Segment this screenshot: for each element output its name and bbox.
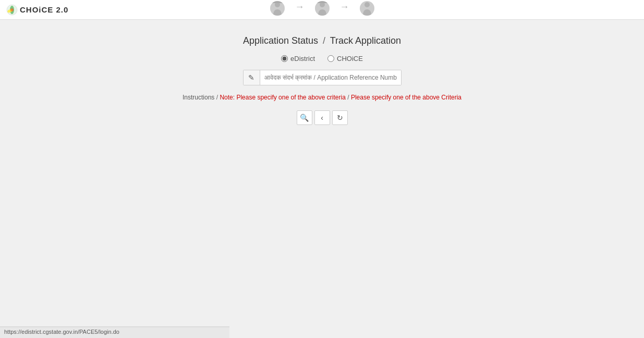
instructions-note: Note: Please specify one of the above cr… bbox=[220, 94, 345, 101]
step3-avatar bbox=[360, 1, 374, 16]
step-3 bbox=[351, 1, 383, 16]
arrow-1: → bbox=[293, 2, 307, 12]
sep2: / bbox=[347, 94, 349, 101]
radio-edistrict[interactable] bbox=[281, 55, 288, 62]
step-1 bbox=[262, 1, 293, 16]
step-2 bbox=[307, 1, 338, 16]
radio-edistrict-text: eDistrict bbox=[290, 55, 315, 62]
step1-avatar bbox=[270, 1, 285, 16]
instructions-text: Instructions / Note: Please specify one … bbox=[183, 94, 461, 101]
url-text: https://edistrict.cgstate.gov.in/PACE5/l… bbox=[4, 329, 119, 335]
radio-group: eDistrict CHOiCE bbox=[281, 55, 363, 62]
title-separator: / bbox=[323, 35, 325, 46]
page-title: Application Status / Track Application bbox=[243, 35, 401, 46]
action-buttons: 🔍 ‹ ↻ bbox=[297, 110, 348, 125]
svg-point-3 bbox=[10, 8, 14, 11]
progress-steps: → → bbox=[262, 1, 383, 16]
sep1: / bbox=[216, 94, 218, 101]
svg-rect-5 bbox=[271, 1, 284, 3]
logo-icon bbox=[6, 4, 18, 16]
back-icon: ‹ bbox=[321, 114, 323, 122]
edit-icon: ✎ bbox=[248, 73, 254, 82]
search-button[interactable]: 🔍 bbox=[297, 110, 312, 125]
search-icon: 🔍 bbox=[300, 114, 309, 122]
logo-area: CHOiCE 2.0 bbox=[6, 4, 68, 16]
reference-number-input[interactable] bbox=[260, 70, 401, 85]
title-text: Application Status bbox=[243, 35, 318, 46]
radio-choice-text: CHOiCE bbox=[337, 55, 363, 62]
step2-avatar bbox=[315, 1, 330, 16]
svg-point-8 bbox=[364, 2, 370, 7]
top-bar: CHOiCE 2.0 → → bbox=[0, 0, 644, 20]
radio-edistrict-label[interactable]: eDistrict bbox=[281, 55, 315, 62]
url-bar: https://edistrict.cgstate.gov.in/PACE5/l… bbox=[0, 327, 229, 338]
refresh-icon: ↻ bbox=[337, 114, 343, 122]
input-edit-button[interactable]: ✎ bbox=[244, 70, 260, 85]
instructions-label: Instructions bbox=[183, 94, 214, 101]
svg-rect-7 bbox=[316, 1, 329, 3]
refresh-button[interactable]: ↻ bbox=[332, 110, 348, 125]
subtitle-text: Track Application bbox=[330, 35, 401, 46]
instructions-criteria: Please specify one of the above Criteria bbox=[351, 94, 461, 101]
main-content: Application Status / Track Application e… bbox=[0, 20, 644, 125]
back-button[interactable]: ‹ bbox=[314, 110, 330, 125]
input-row: ✎ bbox=[243, 70, 402, 85]
logo-text: CHOiCE 2.0 bbox=[20, 5, 68, 14]
radio-choice[interactable] bbox=[327, 55, 334, 62]
radio-choice-label[interactable]: CHOiCE bbox=[327, 55, 363, 62]
arrow-2: → bbox=[338, 2, 351, 12]
